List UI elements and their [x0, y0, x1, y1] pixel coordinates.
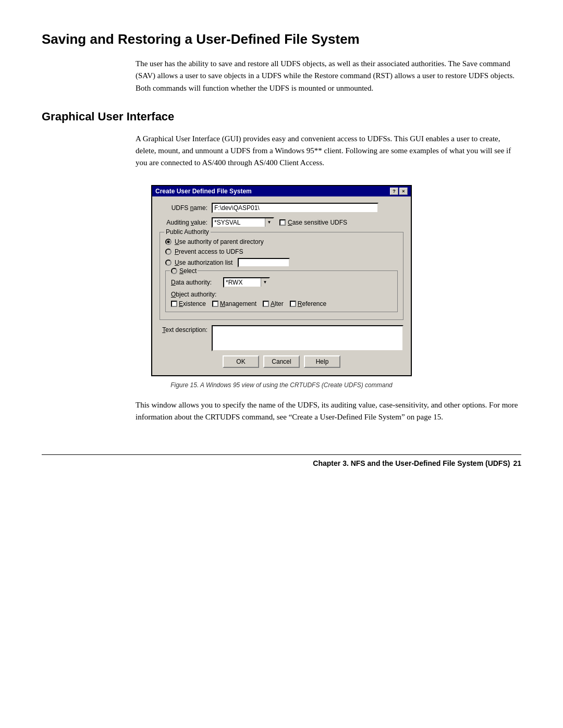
sub-body-text: A Graphical User Interface (GUI) provide…: [136, 133, 521, 169]
public-authority-group: Public Authority Use authority of parent…: [160, 232, 403, 320]
help-dialog-button[interactable]: Help: [304, 355, 340, 368]
dialog-titlebar: Create User Defined File System ? ×: [152, 186, 411, 196]
main-title: Saving and Restoring a User-Defined File…: [42, 31, 521, 47]
management-label: Management: [220, 300, 256, 307]
radio-parent-dir-row: Use authority of parent directory: [165, 238, 398, 245]
existence-label: Existence: [179, 300, 206, 307]
udfs-name-row: UDFS name: F:\dev\QASP01\: [160, 203, 403, 213]
footer-right: Chapter 3. NFS and the User-Defined File…: [313, 459, 521, 467]
dialog-buttons: OK Cancel Help: [160, 355, 403, 370]
dialog-container: Create User Defined File System ? × UDFS…: [42, 185, 521, 376]
data-authority-value: *RWX: [224, 278, 261, 287]
figure-caption: Figure 15. A Windows 95 view of using th…: [42, 381, 521, 389]
auditing-dropdown-arrow[interactable]: ▼: [265, 218, 273, 227]
radio-auth-list[interactable]: [165, 260, 172, 266]
auditing-select-value: *SYSVAL: [213, 218, 265, 227]
public-authority-title: Public Authority: [164, 228, 211, 236]
radio-parent-dir-label: Use authority of parent directory: [175, 238, 264, 245]
reference-checkbox-item: Reference: [290, 300, 326, 307]
alter-checkbox[interactable]: [263, 301, 269, 307]
select-group: Select Data authority: *RWX ▼: [165, 270, 398, 312]
case-sensitive-label: Case sensitive UDFS: [288, 219, 347, 226]
reference-label: Reference: [298, 300, 326, 307]
radio-prevent-label: Prevent access to UDFS: [175, 248, 243, 255]
alter-label: Alter: [271, 300, 284, 307]
object-authority-checkboxes: Existence Management: [171, 300, 392, 307]
help-button[interactable]: ?: [390, 188, 398, 195]
radio-parent-dir[interactable]: [165, 239, 172, 245]
dialog-body: UDFS name: F:\dev\QASP01\ Auditing value…: [152, 196, 411, 375]
existence-checkbox[interactable]: [171, 301, 177, 307]
case-sensitive-checkbox[interactable]: [279, 219, 286, 226]
udfs-name-input[interactable]: F:\dev\QASP01\: [212, 203, 378, 213]
sub-title: Graphical User Interface: [42, 110, 521, 124]
titlebar-buttons: ? ×: [390, 188, 408, 195]
management-checkbox[interactable]: [212, 301, 218, 307]
auth-list-input[interactable]: [238, 258, 290, 267]
existence-checkbox-item: Existence: [171, 300, 206, 307]
cancel-button[interactable]: Cancel: [263, 355, 300, 368]
obj-authority-label: Object authority:: [171, 291, 392, 298]
auditing-row: Auditing value: *SYSVAL ▼ Case sensitive…: [160, 217, 403, 228]
radio-select-label: Select: [179, 267, 197, 275]
radio-select[interactable]: [171, 268, 177, 274]
text-desc-label: Text description:: [160, 325, 212, 334]
closing-text: This window allows you to specify the na…: [136, 399, 521, 424]
alter-checkbox-item: Alter: [263, 300, 284, 307]
footer-bar: Chapter 3. NFS and the User-Defined File…: [42, 454, 521, 467]
footer-page-number: 21: [513, 459, 521, 467]
case-sensitive-row: Case sensitive UDFS: [279, 219, 347, 226]
management-checkbox-item: Management: [212, 300, 256, 307]
dialog-title: Create User Defined File System: [155, 188, 252, 195]
auditing-controls: *SYSVAL ▼ Case sensitive UDFS: [212, 217, 347, 228]
reference-checkbox[interactable]: [290, 301, 296, 307]
data-authority-select[interactable]: *RWX ▼: [223, 277, 270, 288]
dialog-box: Create User Defined File System ? × UDFS…: [151, 185, 412, 376]
auditing-select[interactable]: *SYSVAL ▼: [212, 217, 274, 228]
main-body-text: The user has the ability to save and res…: [136, 58, 521, 94]
udfs-name-label: UDFS name:: [160, 204, 212, 212]
data-auth-label: Data authority:: [171, 279, 223, 286]
text-description-input[interactable]: [212, 325, 403, 351]
radio-prevent[interactable]: [165, 249, 172, 255]
text-description-row: Text description:: [160, 325, 403, 351]
radio-auth-list-row: Use authorization list: [165, 258, 398, 267]
radio-auth-list-label: Use authorization list: [175, 259, 232, 266]
data-authority-dropdown-arrow[interactable]: ▼: [261, 278, 269, 287]
footer-chapter-text: Chapter 3. NFS and the User-Defined File…: [313, 459, 510, 467]
select-group-radio-area: Select: [170, 267, 198, 275]
close-button[interactable]: ×: [399, 188, 408, 195]
auditing-label: Auditing value:: [160, 219, 212, 226]
ok-button[interactable]: OK: [223, 355, 259, 368]
radio-prevent-row: Prevent access to UDFS: [165, 248, 398, 255]
data-authority-row: Data authority: *RWX ▼: [171, 277, 392, 288]
